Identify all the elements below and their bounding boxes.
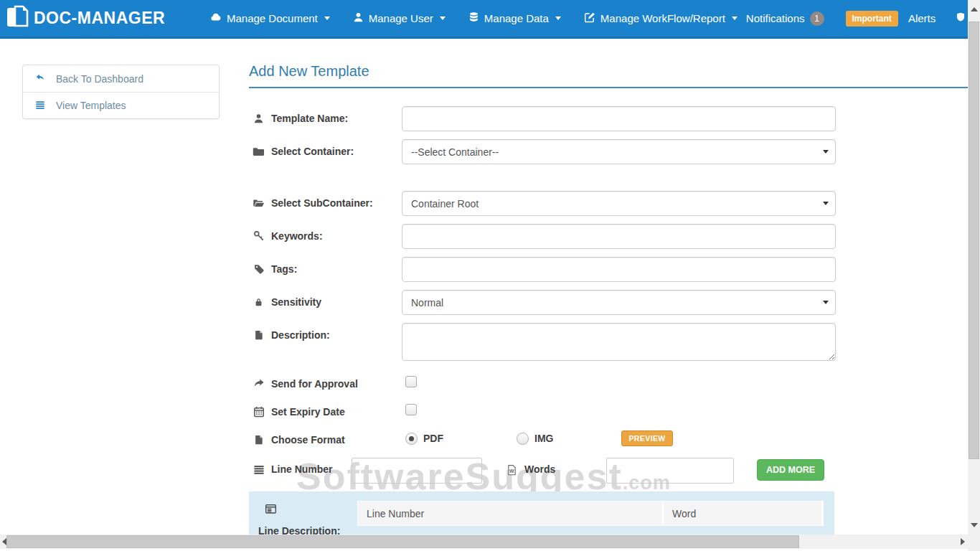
line-number-input[interactable] — [352, 458, 482, 484]
cloud-icon — [209, 11, 222, 25]
notifications-count-badge: 1 — [810, 11, 824, 26]
chevron-down-icon — [440, 17, 446, 20]
add-more-button[interactable]: ADD MORE — [757, 459, 824, 481]
lines-icon — [253, 463, 265, 475]
template-name-label: Template Name: — [271, 112, 348, 124]
line-number-row: Line Number W Words ADD MORE — [249, 458, 969, 484]
template-name-input[interactable] — [402, 106, 836, 131]
sensitivity-label: Sensitivity — [271, 296, 321, 308]
format-option-pdf[interactable]: PDF — [405, 433, 443, 445]
keywords-row: Keywords: — [249, 224, 969, 249]
calendar-icon — [253, 405, 265, 418]
radio-pdf[interactable] — [405, 433, 418, 445]
sidebar-item-view-templates[interactable]: View Templates — [23, 92, 219, 118]
user-icon — [353, 11, 364, 25]
brand[interactable]: DOC-MANAGER — [0, 4, 195, 33]
radio-img[interactable] — [517, 433, 529, 445]
send-for-approval-label: Send for Approval — [271, 377, 358, 390]
set-expiry-date-row: Set Expiry Date — [249, 400, 969, 418]
menu-label: Manage WorkFlow/Report — [600, 12, 725, 24]
menu-manage-workflow-report[interactable]: Manage WorkFlow/Report — [575, 6, 746, 31]
table-header-word: Word — [664, 501, 821, 525]
page-title: Add New Template — [249, 63, 969, 88]
scroll-up-icon[interactable] — [971, 7, 978, 11]
file-icon — [253, 329, 265, 341]
chevron-down-icon — [324, 17, 330, 20]
sidebar-item-label: View Templates — [56, 100, 126, 111]
chevron-down-icon — [823, 150, 829, 154]
top-navbar: DOC-MANAGER Manage Document Manage User … — [0, 0, 980, 39]
share-icon — [253, 377, 265, 389]
main-content: Add New Template Template Name: Select C… — [249, 63, 969, 546]
img-label: IMG — [534, 433, 553, 444]
brand-title: DOC-MANAGER — [34, 9, 165, 28]
horizontal-scrollbar[interactable] — [0, 534, 968, 549]
main-menu: Manage Document Manage User Manage Data … — [201, 6, 746, 31]
pdf-label: PDF — [423, 433, 443, 444]
alerts-label: Alerts — [908, 12, 936, 24]
menu-manage-data[interactable]: Manage Data — [460, 6, 570, 31]
notifications-label: Notifications — [746, 12, 805, 24]
line-number-label: Line Number — [271, 463, 333, 475]
horizontal-scrollbar-thumb[interactable] — [6, 535, 799, 548]
select-container-label: Select Container: — [271, 145, 354, 157]
description-label: Description: — [271, 329, 330, 341]
edit-icon — [584, 11, 595, 25]
line-description-table: Line Number Word — [357, 501, 824, 526]
scroll-right-icon[interactable] — [961, 538, 965, 545]
words-input[interactable] — [606, 458, 734, 484]
important-badge[interactable]: Important — [846, 11, 898, 27]
template-name-row: Template Name: — [249, 106, 969, 131]
user-icon — [253, 112, 265, 124]
list-icon — [34, 100, 46, 112]
set-expiry-date-checkbox[interactable] — [405, 404, 417, 415]
scrollbar-corner — [968, 534, 980, 551]
word-file-icon: W — [506, 463, 518, 476]
shield-icon — [956, 11, 966, 26]
navbar-right: Notifications 1 Important Alerts Admin12… — [746, 11, 980, 27]
key-icon — [253, 230, 265, 242]
keywords-input[interactable] — [402, 224, 836, 249]
words-label: Words — [524, 463, 555, 476]
select-subcontainer-row: Select SubContainer: Container Root — [249, 191, 969, 216]
doc-manager-logo-icon — [6, 4, 29, 33]
vertical-scrollbar-thumb[interactable] — [969, 22, 979, 459]
tags-row: Tags: — [249, 257, 969, 282]
menu-manage-document[interactable]: Manage Document — [201, 6, 339, 31]
sensitivity-select[interactable]: Normal — [402, 290, 836, 315]
chevron-down-icon — [732, 17, 738, 20]
chevron-down-icon — [823, 202, 829, 205]
container-select[interactable]: --Select Container-- — [402, 139, 836, 164]
tags-input[interactable] — [402, 257, 836, 282]
tags-label: Tags: — [271, 263, 297, 275]
sidebar-item-label: Back To Dashboard — [56, 73, 143, 85]
file-icon — [253, 433, 265, 446]
send-for-approval-row: Send for Approval — [249, 372, 969, 390]
subcontainer-select-value: Container Root — [411, 198, 479, 209]
lock-icon — [253, 296, 265, 308]
table-header-line-number: Line Number — [358, 501, 662, 525]
menu-label: Manage Document — [227, 12, 318, 24]
sidebar-item-back-to-dashboard[interactable]: Back To Dashboard — [23, 65, 219, 92]
notifications-link[interactable]: Notifications 1 — [746, 11, 824, 26]
folder-open-icon — [253, 197, 265, 209]
preview-button[interactable]: PREVIEW — [621, 430, 672, 446]
menu-label: Manage User — [369, 12, 433, 24]
set-expiry-date-label: Set Expiry Date — [271, 405, 345, 418]
vertical-scrollbar[interactable] — [968, 0, 980, 534]
select-subcontainer-label: Select SubContainer: — [271, 197, 373, 209]
scroll-down-icon[interactable] — [971, 523, 978, 527]
description-textarea[interactable] — [402, 323, 836, 361]
choose-format-row: Choose Format PDF IMG PREVIEW — [249, 428, 969, 446]
keywords-label: Keywords: — [271, 230, 323, 242]
subcontainer-select[interactable]: Container Root — [402, 191, 836, 216]
table-icon — [264, 503, 278, 518]
chevron-down-icon — [555, 17, 561, 20]
send-for-approval-checkbox[interactable] — [405, 376, 417, 387]
alerts-link[interactable]: Alerts — [908, 12, 936, 24]
menu-label: Manage Data — [484, 12, 549, 24]
menu-manage-user[interactable]: Manage User — [344, 6, 454, 31]
format-option-img[interactable]: IMG — [517, 433, 553, 445]
database-icon — [468, 11, 479, 25]
choose-format-label: Choose Format — [271, 433, 345, 446]
